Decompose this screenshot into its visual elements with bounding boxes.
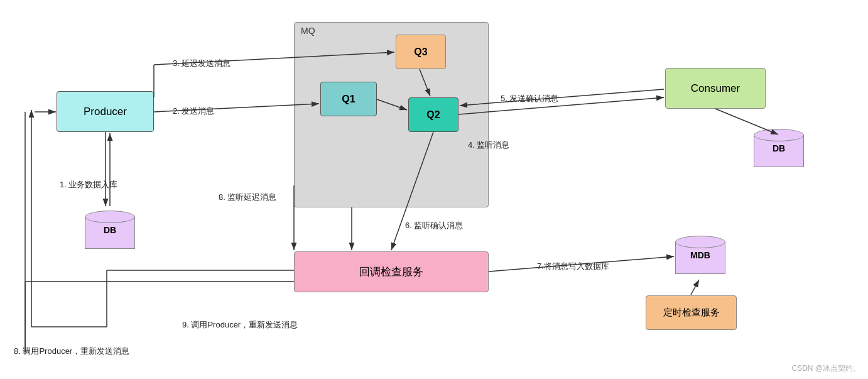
- timer-service-box: 定时检查服务: [646, 295, 737, 330]
- q3-label: Q3: [414, 47, 427, 58]
- timer-service-label: 定时检查服务: [663, 307, 720, 319]
- label-arrow8a: 8. 监听延迟消息: [219, 192, 276, 203]
- watermark: CSDN @冰点契约、: [791, 363, 860, 374]
- db-left: DB: [85, 207, 135, 255]
- diagram: MQ Q1 Q2 Q3 Producer Consumer DB DB MDB …: [0, 0, 868, 379]
- db-right-label: DB: [754, 143, 804, 153]
- svg-line-9: [458, 97, 664, 114]
- producer-box: Producer: [57, 91, 154, 132]
- mdb-label: MDB: [675, 250, 725, 260]
- q2-box: Q2: [408, 97, 458, 132]
- callback-service-box: 回调检查服务: [294, 251, 489, 292]
- label-arrow6: 6. 监听确认消息: [405, 220, 463, 231]
- label-arrow3: 3. 延迟发送消息: [173, 58, 231, 69]
- label-arrow8b: 8. 调用Producer，重新发送消息: [14, 346, 129, 357]
- db-left-label: DB: [85, 225, 135, 235]
- label-arrow1: 1. 业务数据入库: [60, 179, 117, 190]
- consumer-label: Consumer: [691, 82, 740, 95]
- svg-line-10: [460, 89, 664, 106]
- callback-service-label: 回调检查服务: [359, 265, 423, 279]
- q1-box: Q1: [320, 82, 377, 116]
- consumer-box: Consumer: [665, 68, 766, 109]
- q3-box: Q3: [396, 35, 446, 69]
- svg-line-16: [691, 280, 699, 295]
- label-arrow7: 7.将消息写入数据库: [537, 261, 609, 272]
- mq-label: MQ: [301, 26, 315, 36]
- q1-label: Q1: [342, 94, 355, 105]
- q2-label: Q2: [426, 109, 440, 121]
- label-arrow5: 5. 发送确认消息: [501, 93, 558, 104]
- label-arrow9: 9. 调用Producer，重新发送消息: [182, 319, 298, 331]
- label-arrow4: 4. 监听消息: [468, 140, 509, 151]
- producer-label: Producer: [84, 106, 127, 118]
- label-arrow2: 2. 发送消息: [173, 106, 214, 117]
- mdb: MDB: [675, 233, 725, 280]
- db-right: DB: [754, 126, 804, 173]
